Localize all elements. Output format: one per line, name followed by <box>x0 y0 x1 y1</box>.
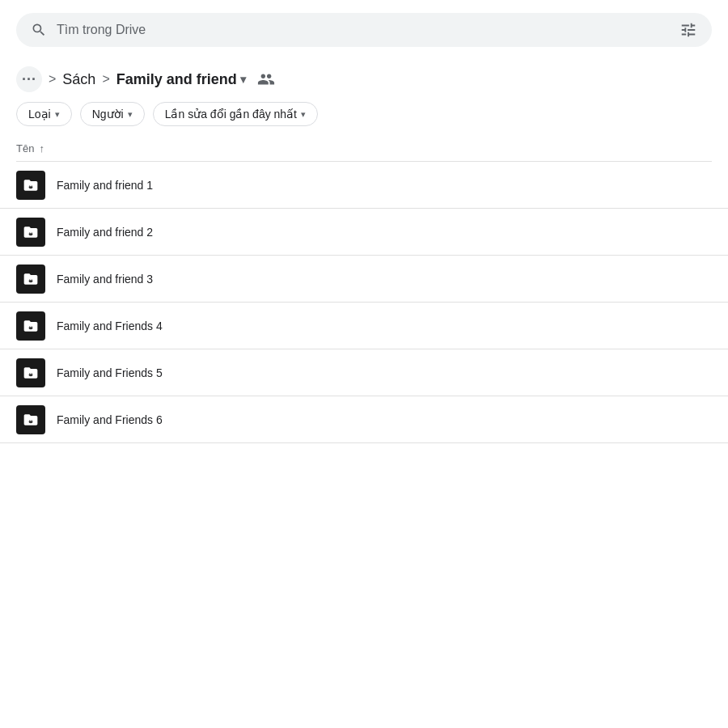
folder-icon <box>16 358 45 387</box>
folder-icon <box>16 311 45 341</box>
breadcrumb-current-label: Family and friend <box>116 71 237 88</box>
filter-type-button[interactable]: Loại ▾ <box>16 102 72 126</box>
folder-icon <box>16 405 45 434</box>
person-chevron-icon: ▾ <box>128 109 133 120</box>
file-name: Family and friend 3 <box>57 273 153 286</box>
filters-row: Loại ▾ Người ▾ Lần sửa đổi gần đây nhất … <box>0 102 728 139</box>
folder-icon <box>16 171 45 200</box>
modified-chevron-icon: ▾ <box>301 109 306 120</box>
folder-icon <box>16 218 45 247</box>
file-name: Family and Friends 4 <box>57 320 163 332</box>
file-row[interactable]: Family and Friends 5 <box>0 349 728 396</box>
type-chevron-icon: ▾ <box>55 109 60 120</box>
filter-icon[interactable] <box>679 21 697 39</box>
breadcrumb-separator-2: > <box>102 72 109 87</box>
svg-point-3 <box>30 231 32 233</box>
file-row[interactable]: Family and friend 1 <box>0 162 728 209</box>
svg-point-5 <box>30 278 32 280</box>
breadcrumb-separator-1: > <box>49 72 56 87</box>
filter-modified-button[interactable]: Lần sửa đổi gần đây nhất ▾ <box>153 102 318 126</box>
breadcrumb-more-button[interactable]: ··· <box>16 66 42 92</box>
file-name: Family and friend 1 <box>57 179 153 192</box>
folder-icon <box>16 265 45 294</box>
file-row[interactable]: Family and Friends 4 <box>0 303 728 349</box>
shared-folder-icon <box>257 70 275 88</box>
sort-arrow-icon: ↑ <box>39 142 44 154</box>
breadcrumb-dropdown-icon: ▾ <box>240 73 246 86</box>
svg-point-7 <box>30 325 32 327</box>
breadcrumb-parent[interactable]: Sách <box>62 71 95 88</box>
file-row[interactable]: Family and friend 2 <box>0 209 728 256</box>
svg-point-1 <box>30 184 32 186</box>
list-header-name[interactable]: Tên <box>16 142 34 154</box>
file-name: Family and friend 2 <box>57 226 153 239</box>
file-row[interactable]: Family and Friends 6 <box>0 396 728 443</box>
search-icon <box>31 22 47 38</box>
list-header: Tên ↑ <box>0 139 728 161</box>
filter-person-button[interactable]: Người ▾ <box>80 102 145 126</box>
file-name: Family and Friends 5 <box>57 366 163 379</box>
breadcrumb-current[interactable]: Family and friend ▾ <box>116 71 246 88</box>
breadcrumb: ··· > Sách > Family and friend ▾ <box>0 60 728 102</box>
file-name: Family and Friends 6 <box>57 413 163 426</box>
search-bar[interactable]: Tìm trong Drive <box>16 13 712 47</box>
search-placeholder: Tìm trong Drive <box>57 23 146 37</box>
file-row[interactable]: Family and friend 3 <box>0 256 728 303</box>
svg-point-11 <box>30 419 32 421</box>
file-list: Family and friend 1 Family and friend 2 <box>0 162 728 443</box>
svg-point-9 <box>30 372 32 374</box>
